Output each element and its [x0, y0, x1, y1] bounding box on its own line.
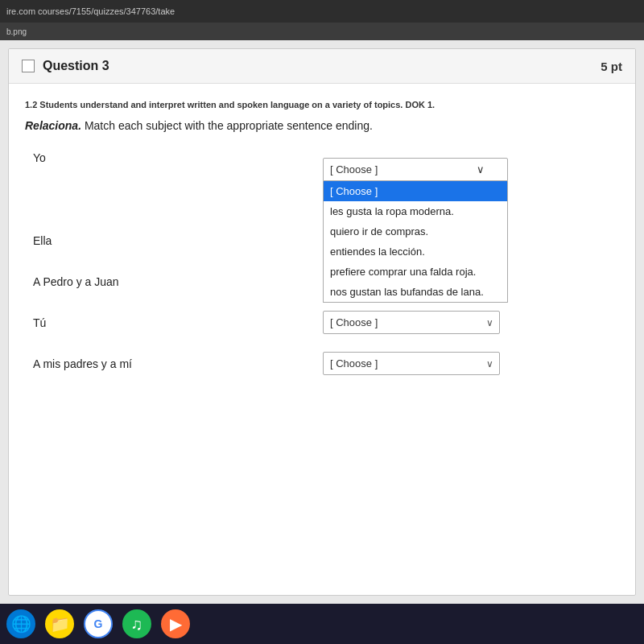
- dropdown-trigger-text: [ Choose ]: [330, 163, 378, 175]
- dropdown-trigger-yo[interactable]: [ Choose ] ∨: [323, 158, 508, 181]
- standard-text: 1.2 Students understand and interpret wr…: [25, 100, 619, 109]
- instruction-italic: Relaciona.: [25, 119, 81, 132]
- dropdown-open-yo[interactable]: [ Choose ] ∨ [ Choose ] les gusta la rop…: [323, 158, 508, 303]
- dropdown-padres[interactable]: [ Choose ] ∨: [323, 352, 500, 375]
- instruction-text: Relaciona. Match each subject with the a…: [25, 119, 619, 132]
- subject-label-padres: A mis padres y a mí: [25, 357, 202, 370]
- question-header: Question 3 5 pt: [9, 49, 635, 84]
- dropdown-list-yo: [ Choose ] les gusta la ropa moderna. qu…: [323, 181, 508, 303]
- dropdown-tu[interactable]: [ Choose ] ∨: [323, 311, 500, 334]
- taskbar: 🌐 📁 G ♫ ▶: [0, 604, 644, 644]
- browser-url: ire.com courses/7155/quizzes/347763/take: [6, 6, 175, 16]
- question-number: Question 3: [43, 59, 109, 73]
- instruction-rest: Match each subject with the appropriate …: [81, 119, 373, 132]
- explorer-icon[interactable]: 📁: [45, 609, 74, 638]
- question-checkbox[interactable]: [22, 60, 35, 72]
- subject-label-pedro: A Pedro y a Juan: [25, 275, 202, 288]
- subject-label-yo: Yo: [25, 151, 202, 164]
- browser-bar: ire.com courses/7155/quizzes/347763/take: [0, 0, 644, 23]
- media-icon[interactable]: ▶: [161, 609, 190, 638]
- question-body: 1.2 Students understand and interpret wr…: [9, 84, 635, 409]
- dropdown-select-tu[interactable]: [ Choose ]: [323, 311, 500, 334]
- quiz-container: Question 3 5 pt 1.2 Students understand …: [8, 48, 636, 596]
- question-points: 5 pt: [601, 60, 622, 73]
- chevron-down-icon: ∨: [477, 163, 485, 175]
- chrome-icon[interactable]: G: [84, 609, 113, 638]
- match-row-pedro: A Pedro y a Juan [ Choose ] ∨: [25, 270, 619, 293]
- subject-label-tu: Tú: [25, 316, 202, 329]
- dropdown-select-padres[interactable]: [ Choose ]: [323, 352, 500, 375]
- dropdown-option-4[interactable]: prefiere comprar una falda roja.: [324, 262, 507, 282]
- match-row-padres: A mis padres y a mí [ Choose ] ∨: [25, 352, 619, 375]
- dropdown-option-3[interactable]: entiendes la lección.: [324, 242, 507, 262]
- match-row-tu: Tú [ Choose ] ∨: [25, 311, 619, 334]
- tab-label: b.png: [6, 27, 27, 36]
- dropdown-option-2[interactable]: quiero ir de compras.: [324, 221, 507, 242]
- match-row-ella: Ella [ Choose ] ∨: [25, 229, 619, 252]
- tab-bar: b.png: [0, 23, 644, 40]
- dropdown-option-0[interactable]: [ Choose ]: [324, 181, 507, 201]
- match-row-yo: Yo [ Choose ] ∨ [ Choose ] les gusta la …: [25, 151, 619, 164]
- dropdown-option-5[interactable]: nos gustan las bufandas de lana.: [324, 282, 507, 302]
- edge-icon[interactable]: 🌐: [6, 609, 35, 638]
- page-content: Question 3 5 pt 1.2 Students understand …: [0, 40, 644, 644]
- question-title: Question 3: [22, 59, 109, 73]
- subject-label-ella: Ella: [25, 234, 202, 247]
- spotify-icon[interactable]: ♫: [122, 609, 151, 638]
- dropdown-option-1[interactable]: les gusta la ropa moderna.: [324, 201, 507, 221]
